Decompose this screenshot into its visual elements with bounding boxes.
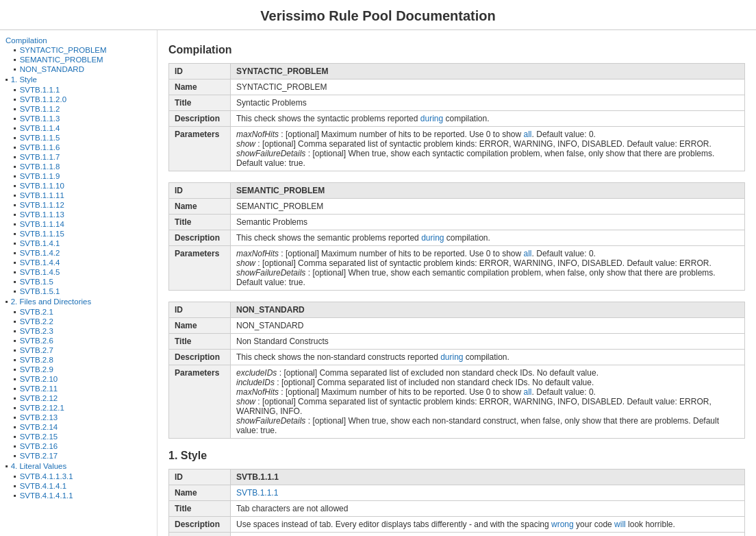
table-row: Description This check shows the semanti…: [169, 230, 745, 246]
sidebar-item-svtb210[interactable]: SVTB.2.10: [3, 374, 154, 384]
label-description: Description: [169, 230, 231, 246]
sidebar-item-svtb1114[interactable]: SVTB.1.1.14: [3, 219, 154, 229]
value-name-svtb111: SVTB.1.1.1: [231, 485, 745, 501]
sidebar-item-svtb28[interactable]: SVTB.2.8: [3, 355, 154, 365]
table-row: Description This check shows the non-sta…: [169, 350, 745, 365]
sidebar-item-svtb215[interactable]: SVTB.2.15: [3, 432, 154, 441]
sidebar-item-svtb1113[interactable]: SVTB.1.1.13: [3, 210, 154, 219]
sidebar-item-svtb145[interactable]: SVTB.1.4.5: [3, 267, 154, 277]
sidebar-section-files[interactable]: ■ 2. Files and Directories: [3, 296, 154, 307]
page-title: Verissimo Rule Pool Documentation: [0, 0, 756, 30]
sidebar-item-svtb1115[interactable]: SVTB.1.1.15: [3, 229, 154, 239]
rule-table-syntactic: ID SYNTACTIC_PROBLEM Name SYNTACTIC_PROB…: [168, 63, 745, 171]
sidebar-item-semantic[interactable]: SEMANTIC_PROBLEM: [3, 55, 154, 64]
value-name-nonstandard: NON_STANDARD: [231, 318, 745, 334]
value-id-nonstandard: NON_STANDARD: [231, 302, 745, 318]
sidebar-item-svtb114[interactable]: SVTB.1.1.4: [3, 123, 154, 133]
table-row: Title Syntactic Problems: [169, 95, 745, 111]
sidebar-item-svtb214[interactable]: SVTB.2.14: [3, 422, 154, 432]
table-row: Title Non Standard Constructs: [169, 334, 745, 350]
sidebar-item-syntactic[interactable]: SYNTACTIC_PROBLEM: [3, 45, 154, 55]
label-name: Name: [169, 485, 231, 501]
sidebar-item-svtb26[interactable]: SVTB.2.6: [3, 336, 154, 345]
table-row: ID NON_STANDARD: [169, 302, 745, 318]
table-row: Parameters excludeIDs : [optional] Comma…: [169, 365, 745, 439]
sidebar-item-svtb212[interactable]: SVTB.2.12: [3, 393, 154, 403]
section-heading-style: 1. Style: [168, 450, 745, 462]
sidebar-item-svtb23[interactable]: SVTB.2.3: [3, 326, 154, 336]
sidebar-item-svtb112[interactable]: SVTB.1.1.2: [3, 104, 154, 114]
value-parameters-nonstandard: excludeIDs : [optional] Comma separated …: [231, 365, 745, 439]
sidebar-item-svtb211[interactable]: SVTB.2.11: [3, 384, 154, 393]
label-title: Title: [169, 501, 231, 517]
table-row: Description This check shows the syntact…: [169, 111, 745, 127]
rule-table-svtb111: ID SVTB.1.1.1 Name SVTB.1.1.1 Title Tab …: [168, 469, 745, 536]
sidebar-item-nonstandard[interactable]: NON_STANDARD: [3, 64, 154, 74]
table-row: Name SVTB.1.1.1: [169, 485, 745, 501]
label-title: Title: [169, 95, 231, 111]
table-row: Title Tab characters are not allowed: [169, 501, 745, 517]
value-description-nonstandard: This check shows the non-standard constr…: [231, 350, 745, 365]
table-row: Name NON_STANDARD: [169, 318, 745, 334]
label-id: ID: [169, 470, 231, 485]
sidebar-item-svtb1110[interactable]: SVTB.1.1.10: [3, 181, 154, 191]
rule-table-nonstandard: ID NON_STANDARD Name NON_STANDARD Title …: [168, 302, 745, 439]
sidebar-item-svtb141[interactable]: SVTB.1.4.1: [3, 239, 154, 248]
sidebar-item-svtb116[interactable]: SVTB.1.1.6: [3, 143, 154, 152]
label-parameters: Parameters: [169, 127, 231, 171]
sidebar-item-svtb22[interactable]: SVTB.2.2: [3, 317, 154, 326]
sidebar-item-svtb115[interactable]: SVTB.1.1.5: [3, 133, 154, 143]
sidebar-item-svtb216[interactable]: SVTB.2.16: [3, 441, 154, 451]
table-row: Title Semantic Problems: [169, 215, 745, 230]
value-parameters-syntactic: maxNofHits : [optional] Maximum number o…: [231, 127, 745, 171]
sidebar-item-svtb21[interactable]: SVTB.2.1: [3, 307, 154, 317]
sidebar-item-svtb151[interactable]: SVTB.1.5.1: [3, 287, 154, 296]
table-row: ID SEMANTIC_PROBLEM: [169, 183, 745, 199]
sidebar-item-svtb142[interactable]: SVTB.1.4.2: [3, 248, 154, 258]
label-id: ID: [169, 302, 231, 318]
sidebar-item-svtb2121[interactable]: SVTB.2.12.1: [3, 403, 154, 413]
sidebar-item-svtb113[interactable]: SVTB.1.1.3: [3, 114, 154, 123]
sidebar-item-svtb15[interactable]: SVTB.1.5: [3, 277, 154, 287]
label-title: Title: [169, 215, 231, 230]
sidebar-item-svtb117[interactable]: SVTB.1.1.7: [3, 152, 154, 162]
value-description-svtb111: Use spaces instead of tab. Every editor …: [231, 517, 745, 533]
label-id: ID: [169, 64, 231, 80]
value-name-syntactic: SYNTACTIC_PROBLEM: [231, 80, 745, 95]
value-description-semantic: This check shows the semantic problems r…: [231, 230, 745, 246]
sidebar-item-svtb144[interactable]: SVTB.1.4.4: [3, 258, 154, 267]
sidebar-item-svtb118[interactable]: SVTB.1.1.8: [3, 162, 154, 171]
sidebar-section-compilation[interactable]: Compilation: [3, 36, 154, 45]
sidebar-item-svtb41411[interactable]: SVTB.4.1.4.1.1: [3, 491, 154, 500]
content-area: Compilation ID SYNTACTIC_PROBLEM Name SY…: [158, 30, 756, 536]
sidebar-item-svtb41131[interactable]: SVTB.4.1.1.3.1: [3, 472, 154, 481]
sidebar-item-svtb1111[interactable]: SVTB.1.1.11: [3, 191, 154, 200]
value-description-syntactic: This check shows the syntactic problems …: [231, 111, 745, 127]
sidebar-item-svtb1112[interactable]: SVTB.1.1.12: [3, 200, 154, 210]
sidebar-item-svtb119[interactable]: SVTB.1.1.9: [3, 171, 154, 181]
sidebar-item-svtb27[interactable]: SVTB.2.7: [3, 345, 154, 355]
table-row: ID SYNTACTIC_PROBLEM: [169, 64, 745, 80]
value-title-svtb111: Tab characters are not allowed: [231, 501, 745, 517]
sidebar-section-style[interactable]: ■ 1. Style: [3, 74, 154, 85]
label-parameters: Parameters: [169, 246, 231, 291]
value-id-semantic: SEMANTIC_PROBLEM: [231, 183, 745, 199]
sidebar-item-svtb4141[interactable]: SVTB.4.1.4.1: [3, 481, 154, 491]
sidebar-item-svtb111[interactable]: SVTB.1.1.1: [3, 85, 154, 95]
sidebar-item-svtb213[interactable]: SVTB.2.13: [3, 413, 154, 422]
value-parameters-semantic: maxNofHits : [optional] Maximum number o…: [231, 246, 745, 291]
value-id-syntactic: SYNTACTIC_PROBLEM: [231, 64, 745, 80]
sidebar-item-svtb217[interactable]: SVTB.2.17: [3, 451, 154, 461]
label-name: Name: [169, 318, 231, 334]
label-title: Title: [169, 334, 231, 350]
main-layout: Compilation SYNTACTIC_PROBLEM SEMANTIC_P…: [0, 30, 756, 536]
label-description: Description: [169, 517, 231, 533]
rule-table-semantic: ID SEMANTIC_PROBLEM Name SEMANTIC_PROBLE…: [168, 182, 745, 291]
sidebar-section-literal[interactable]: ■ 4. Literal Values: [3, 461, 154, 472]
sidebar-item-svtb29[interactable]: SVTB.2.9: [3, 365, 154, 374]
value-title-syntactic: Syntactic Problems: [231, 95, 745, 111]
table-row: Parameters maxNofHits : [optional] Maxim…: [169, 127, 745, 171]
label-id: ID: [169, 183, 231, 199]
sidebar: Compilation SYNTACTIC_PROBLEM SEMANTIC_P…: [0, 30, 158, 536]
sidebar-item-svtb1120[interactable]: SVTB.1.1.2.0: [3, 95, 154, 104]
